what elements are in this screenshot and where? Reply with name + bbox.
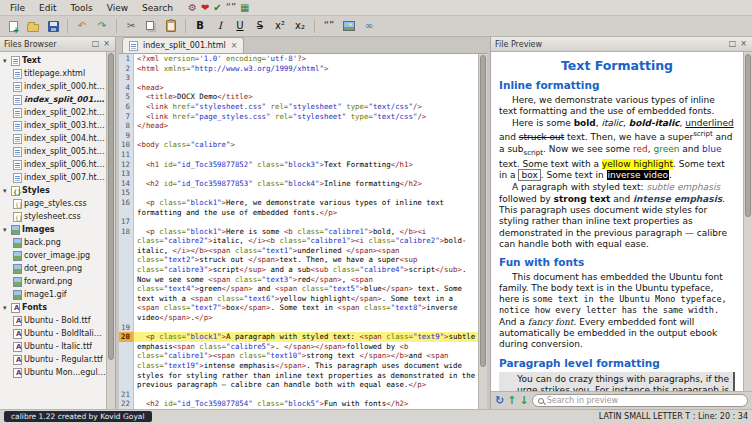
- file-item[interactable]: Ubuntu - Regular.ttf: [0, 353, 106, 366]
- spellcheck-icon[interactable]: ✔: [213, 3, 221, 13]
- underline-button[interactable]: U: [231, 18, 249, 35]
- code-line[interactable]: 10<body class="calibre">: [119, 140, 478, 150]
- insert-image-icon[interactable]: ▦: [240, 3, 249, 13]
- tree-section-fonts[interactable]: ▾Fonts: [0, 301, 106, 314]
- code-line[interactable]: 14 <h2 id="id_Toc359877853" class="block…: [119, 179, 478, 189]
- insert-image-button[interactable]: [340, 18, 358, 35]
- smart-quotes-button[interactable]: “”: [320, 18, 338, 35]
- file-item[interactable]: index_split_006.html: [0, 158, 106, 171]
- code-line[interactable]: 11: [119, 150, 478, 160]
- file-item[interactable]: index_split_002.html: [0, 106, 106, 119]
- code-line[interactable]: 18 <p class="block1">Here is some <b cla…: [119, 227, 478, 323]
- file-item[interactable]: index_split_000.html: [0, 80, 106, 93]
- file-item[interactable]: index_split_003.html: [0, 119, 106, 132]
- superscript-button[interactable]: x²: [271, 18, 289, 35]
- tab-close-icon[interactable]: ×: [231, 41, 238, 50]
- subscript-button[interactable]: x₂: [291, 18, 309, 35]
- insert-link-button[interactable]: ∞: [360, 18, 378, 35]
- code-line[interactable]: 4<head>: [119, 83, 478, 93]
- file-item[interactable]: titlepage.xhtml: [0, 67, 106, 80]
- paste-icon: [166, 20, 176, 32]
- file-item[interactable]: index_split_001.html: [0, 93, 106, 106]
- file-item[interactable]: Ubuntu - Italic.ttf: [0, 340, 106, 353]
- code-line[interactable]: 6 <link href="stylesheet.css" rel="style…: [119, 102, 478, 112]
- files-scrollbar[interactable]: [106, 52, 115, 409]
- file-item[interactable]: Ubuntu - Bold.ttf: [0, 314, 106, 327]
- editor-scrollbar-thumb[interactable]: [480, 55, 486, 367]
- file-item[interactable]: index_split_004.html: [0, 132, 106, 145]
- code-line[interactable]: 7 <link href="page_styles.css" rel="styl…: [119, 112, 478, 122]
- file-item[interactable]: index_split_007.html: [0, 171, 106, 184]
- code-text: [134, 390, 478, 400]
- code-line[interactable]: 12 <h1 id="id_Toc359877852" class="block…: [119, 160, 478, 170]
- code-line[interactable]: 22 <h2 id="id_Toc359877854" class="block…: [119, 399, 478, 409]
- float-panel-icon[interactable]: □: [91, 40, 101, 48]
- close-panel-icon[interactable]: ×: [739, 40, 748, 48]
- file-item[interactable]: page_styles.css: [0, 197, 106, 210]
- files-scrollbar-thumb[interactable]: [108, 53, 114, 360]
- code-line[interactable]: 20 <p class="block1">A paragraph with st…: [119, 332, 478, 342]
- code-line[interactable]: 1<?xml version='1.0' encoding='utf-8'?>: [119, 54, 478, 64]
- new-file-button[interactable]: [4, 18, 22, 35]
- bold-button[interactable]: B: [191, 18, 209, 35]
- file-item[interactable]: dot_green.png: [0, 262, 106, 275]
- img-file-icon: [11, 225, 20, 235]
- close-panel-icon[interactable]: ×: [102, 40, 111, 48]
- code-line[interactable]: emphasis<span class="calibre5">. </span>…: [119, 342, 478, 390]
- editor-scrollbar[interactable]: [478, 54, 487, 409]
- code-line[interactable]: 9: [119, 131, 478, 141]
- code-line[interactable]: 5 <title>DOCX Demo</title>: [119, 92, 478, 102]
- code-line[interactable]: 13: [119, 169, 478, 179]
- gear-icon[interactable]: ⚙: [188, 3, 197, 13]
- file-item[interactable]: Ubuntu - BoldItalic.ttf: [0, 327, 106, 340]
- strikethrough-button[interactable]: S: [251, 18, 269, 35]
- code-line[interactable]: 21: [119, 390, 478, 400]
- menu-view[interactable]: View: [100, 2, 135, 14]
- code-line[interactable]: 3: [119, 73, 478, 83]
- refresh-icon[interactable]: ↻: [495, 395, 504, 406]
- file-name: index_split_002.html: [24, 108, 106, 117]
- tree-section-styles[interactable]: ▾Styles: [0, 184, 106, 197]
- italic-button[interactable]: I: [211, 18, 229, 35]
- img-file-icon: [13, 251, 22, 261]
- code-line[interactable]: 17: [119, 217, 478, 227]
- code-text: <p class="block1">Here, we demonstrate v…: [134, 198, 478, 217]
- find-previous-icon[interactable]: ↑: [507, 395, 516, 406]
- menu-file[interactable]: File: [3, 2, 32, 14]
- file-item[interactable]: stylesheet.css: [0, 210, 106, 223]
- file-item[interactable]: index_split_005.html: [0, 145, 106, 158]
- undo-button[interactable]: ↶: [73, 18, 91, 35]
- file-item[interactable]: Ubuntu Mon...egular.ttf: [0, 366, 106, 379]
- paste-button[interactable]: [162, 18, 180, 35]
- tree-section-images[interactable]: ▾Images: [0, 223, 106, 236]
- preview-search-input[interactable]: [547, 396, 742, 405]
- code-line[interactable]: 2<html xmlns="http://www.w3.org/1999/xht…: [119, 64, 478, 74]
- tree-section-text[interactable]: ▾Text: [0, 54, 106, 67]
- file-item[interactable]: back.png: [0, 236, 106, 249]
- menu-tools[interactable]: Tools: [64, 2, 100, 14]
- code-line[interactable]: 19: [119, 323, 478, 333]
- copy-button[interactable]: [142, 18, 160, 35]
- cut-button[interactable]: ✂: [122, 18, 140, 35]
- search-icon: [538, 398, 544, 404]
- tab-index-split-001[interactable]: index_split_001.html ×: [122, 37, 244, 53]
- file-item[interactable]: image1.gif: [0, 288, 106, 301]
- underline-icon: U: [236, 21, 243, 31]
- donate-heart-icon[interactable]: ❤: [201, 3, 209, 13]
- float-panel-icon[interactable]: □: [728, 40, 738, 48]
- find-next-icon[interactable]: ↓: [519, 395, 528, 406]
- save-button[interactable]: [44, 18, 62, 35]
- code-line[interactable]: 15: [119, 188, 478, 198]
- preview-scrollbar[interactable]: [743, 52, 752, 391]
- code-line[interactable]: 16 <p class="block1">Here, we demonstrat…: [119, 198, 478, 217]
- menu-edit[interactable]: Edit: [32, 2, 63, 14]
- open-book-button[interactable]: [24, 18, 42, 35]
- code-lines[interactable]: 1<?xml version='1.0' encoding='utf-8'?>2…: [119, 54, 478, 409]
- file-item[interactable]: cover_image.jpg: [0, 249, 106, 262]
- redo-button[interactable]: ↷: [93, 18, 111, 35]
- file-item[interactable]: forward.png: [0, 275, 106, 288]
- code-line[interactable]: 8</head>: [119, 121, 478, 131]
- menu-search[interactable]: Search: [135, 2, 180, 14]
- smart-quotes-icon[interactable]: “”: [226, 3, 236, 13]
- preview-scrollbar-thumb[interactable]: [745, 54, 751, 217]
